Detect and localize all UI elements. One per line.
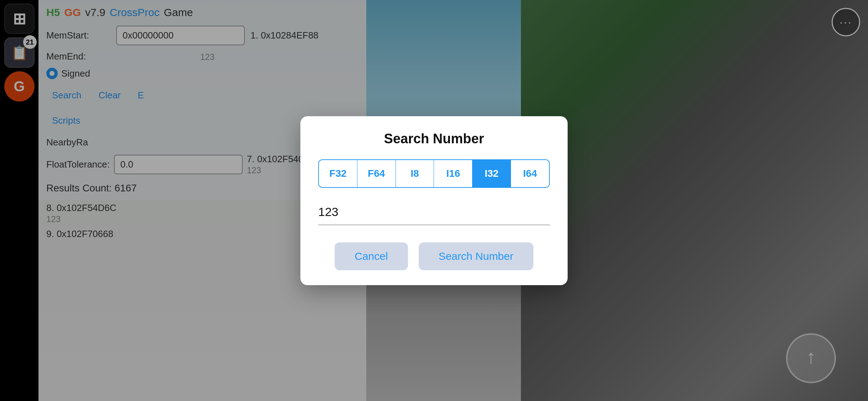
modal-buttons: Cancel Search Number xyxy=(318,242,550,270)
cancel-button[interactable]: Cancel xyxy=(335,242,408,270)
type-btn-i64[interactable]: I64 xyxy=(511,160,549,187)
type-btn-i8[interactable]: I8 xyxy=(396,160,434,187)
type-selector: F32 F64 I8 I16 I32 I64 xyxy=(318,159,550,188)
search-number-input[interactable] xyxy=(318,202,550,222)
type-btn-f64[interactable]: F64 xyxy=(357,160,396,187)
type-btn-f32[interactable]: F32 xyxy=(319,160,357,187)
search-input-container xyxy=(318,202,550,225)
type-btn-i32[interactable]: I32 xyxy=(472,160,511,187)
search-number-button[interactable]: Search Number xyxy=(419,242,533,270)
search-number-modal: Search Number F32 F64 I8 I16 I32 I64 Can… xyxy=(300,116,568,285)
modal-overlay: Search Number F32 F64 I8 I16 I32 I64 Can… xyxy=(0,0,868,401)
modal-title: Search Number xyxy=(318,131,550,146)
type-btn-i16[interactable]: I16 xyxy=(434,160,472,187)
